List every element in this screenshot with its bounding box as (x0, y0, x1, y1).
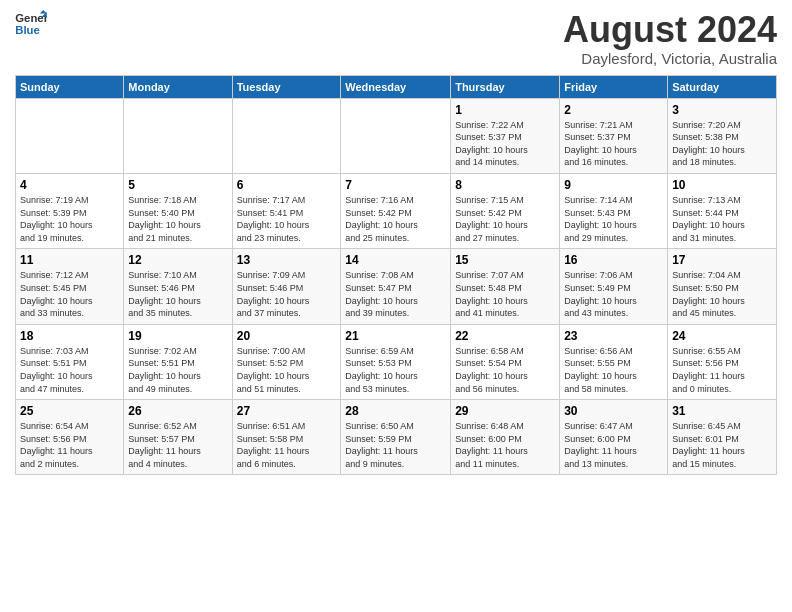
day-number: 26 (128, 404, 227, 418)
calendar-cell: 21Sunrise: 6:59 AM Sunset: 5:53 PM Dayli… (341, 324, 451, 399)
day-number: 14 (345, 253, 446, 267)
calendar-cell: 3Sunrise: 7:20 AM Sunset: 5:38 PM Daylig… (668, 98, 777, 173)
page-header: General Blue August 2024 Daylesford, Vic… (15, 10, 777, 67)
header-cell-saturday: Saturday (668, 75, 777, 98)
day-number: 8 (455, 178, 555, 192)
day-detail: Sunrise: 7:08 AM Sunset: 5:47 PM Dayligh… (345, 269, 446, 319)
day-detail: Sunrise: 7:02 AM Sunset: 5:51 PM Dayligh… (128, 345, 227, 395)
day-number: 31 (672, 404, 772, 418)
svg-text:Blue: Blue (15, 24, 40, 36)
day-number: 18 (20, 329, 119, 343)
day-detail: Sunrise: 7:21 AM Sunset: 5:37 PM Dayligh… (564, 119, 663, 169)
day-number: 27 (237, 404, 337, 418)
calendar-cell: 18Sunrise: 7:03 AM Sunset: 5:51 PM Dayli… (16, 324, 124, 399)
calendar-cell: 25Sunrise: 6:54 AM Sunset: 5:56 PM Dayli… (16, 400, 124, 475)
day-detail: Sunrise: 6:54 AM Sunset: 5:56 PM Dayligh… (20, 420, 119, 470)
day-number: 29 (455, 404, 555, 418)
day-detail: Sunrise: 7:15 AM Sunset: 5:42 PM Dayligh… (455, 194, 555, 244)
day-detail: Sunrise: 7:14 AM Sunset: 5:43 PM Dayligh… (564, 194, 663, 244)
day-detail: Sunrise: 7:06 AM Sunset: 5:49 PM Dayligh… (564, 269, 663, 319)
main-title: August 2024 (563, 10, 777, 50)
calendar-cell: 27Sunrise: 6:51 AM Sunset: 5:58 PM Dayli… (232, 400, 341, 475)
calendar-cell: 12Sunrise: 7:10 AM Sunset: 5:46 PM Dayli… (124, 249, 232, 324)
header-cell-sunday: Sunday (16, 75, 124, 98)
day-number: 11 (20, 253, 119, 267)
day-number: 12 (128, 253, 227, 267)
day-detail: Sunrise: 6:59 AM Sunset: 5:53 PM Dayligh… (345, 345, 446, 395)
day-number: 16 (564, 253, 663, 267)
calendar-cell: 7Sunrise: 7:16 AM Sunset: 5:42 PM Daylig… (341, 173, 451, 248)
calendar-cell: 9Sunrise: 7:14 AM Sunset: 5:43 PM Daylig… (560, 173, 668, 248)
calendar-cell: 22Sunrise: 6:58 AM Sunset: 5:54 PM Dayli… (451, 324, 560, 399)
calendar-cell: 1Sunrise: 7:22 AM Sunset: 5:37 PM Daylig… (451, 98, 560, 173)
day-detail: Sunrise: 7:00 AM Sunset: 5:52 PM Dayligh… (237, 345, 337, 395)
day-detail: Sunrise: 7:20 AM Sunset: 5:38 PM Dayligh… (672, 119, 772, 169)
day-detail: Sunrise: 6:50 AM Sunset: 5:59 PM Dayligh… (345, 420, 446, 470)
calendar-cell: 23Sunrise: 6:56 AM Sunset: 5:55 PM Dayli… (560, 324, 668, 399)
calendar-cell: 6Sunrise: 7:17 AM Sunset: 5:41 PM Daylig… (232, 173, 341, 248)
day-number: 30 (564, 404, 663, 418)
week-row-1: 1Sunrise: 7:22 AM Sunset: 5:37 PM Daylig… (16, 98, 777, 173)
day-detail: Sunrise: 7:09 AM Sunset: 5:46 PM Dayligh… (237, 269, 337, 319)
calendar-cell: 17Sunrise: 7:04 AM Sunset: 5:50 PM Dayli… (668, 249, 777, 324)
day-detail: Sunrise: 6:55 AM Sunset: 5:56 PM Dayligh… (672, 345, 772, 395)
logo-icon: General Blue (15, 10, 47, 38)
week-row-3: 11Sunrise: 7:12 AM Sunset: 5:45 PM Dayli… (16, 249, 777, 324)
calendar-cell: 14Sunrise: 7:08 AM Sunset: 5:47 PM Dayli… (341, 249, 451, 324)
title-block: August 2024 Daylesford, Victoria, Austra… (563, 10, 777, 67)
day-detail: Sunrise: 7:16 AM Sunset: 5:42 PM Dayligh… (345, 194, 446, 244)
day-number: 22 (455, 329, 555, 343)
day-number: 3 (672, 103, 772, 117)
day-number: 15 (455, 253, 555, 267)
calendar-cell: 2Sunrise: 7:21 AM Sunset: 5:37 PM Daylig… (560, 98, 668, 173)
day-number: 13 (237, 253, 337, 267)
day-detail: Sunrise: 7:18 AM Sunset: 5:40 PM Dayligh… (128, 194, 227, 244)
day-detail: Sunrise: 7:19 AM Sunset: 5:39 PM Dayligh… (20, 194, 119, 244)
day-number: 24 (672, 329, 772, 343)
day-number: 5 (128, 178, 227, 192)
calendar-cell (232, 98, 341, 173)
day-detail: Sunrise: 6:58 AM Sunset: 5:54 PM Dayligh… (455, 345, 555, 395)
day-detail: Sunrise: 6:52 AM Sunset: 5:57 PM Dayligh… (128, 420, 227, 470)
day-number: 21 (345, 329, 446, 343)
day-detail: Sunrise: 7:03 AM Sunset: 5:51 PM Dayligh… (20, 345, 119, 395)
day-number: 7 (345, 178, 446, 192)
day-number: 1 (455, 103, 555, 117)
day-detail: Sunrise: 7:07 AM Sunset: 5:48 PM Dayligh… (455, 269, 555, 319)
calendar-cell: 26Sunrise: 6:52 AM Sunset: 5:57 PM Dayli… (124, 400, 232, 475)
day-detail: Sunrise: 7:13 AM Sunset: 5:44 PM Dayligh… (672, 194, 772, 244)
calendar-cell: 29Sunrise: 6:48 AM Sunset: 6:00 PM Dayli… (451, 400, 560, 475)
day-number: 19 (128, 329, 227, 343)
day-detail: Sunrise: 6:51 AM Sunset: 5:58 PM Dayligh… (237, 420, 337, 470)
day-detail: Sunrise: 7:10 AM Sunset: 5:46 PM Dayligh… (128, 269, 227, 319)
day-detail: Sunrise: 7:12 AM Sunset: 5:45 PM Dayligh… (20, 269, 119, 319)
day-number: 4 (20, 178, 119, 192)
day-number: 25 (20, 404, 119, 418)
calendar-cell (341, 98, 451, 173)
day-number: 10 (672, 178, 772, 192)
header-cell-friday: Friday (560, 75, 668, 98)
calendar-cell: 15Sunrise: 7:07 AM Sunset: 5:48 PM Dayli… (451, 249, 560, 324)
day-number: 2 (564, 103, 663, 117)
day-number: 17 (672, 253, 772, 267)
week-row-5: 25Sunrise: 6:54 AM Sunset: 5:56 PM Dayli… (16, 400, 777, 475)
header-cell-monday: Monday (124, 75, 232, 98)
day-detail: Sunrise: 7:17 AM Sunset: 5:41 PM Dayligh… (237, 194, 337, 244)
day-detail: Sunrise: 7:04 AM Sunset: 5:50 PM Dayligh… (672, 269, 772, 319)
header-cell-wednesday: Wednesday (341, 75, 451, 98)
day-detail: Sunrise: 6:56 AM Sunset: 5:55 PM Dayligh… (564, 345, 663, 395)
header-row: SundayMondayTuesdayWednesdayThursdayFrid… (16, 75, 777, 98)
day-number: 6 (237, 178, 337, 192)
calendar-cell: 19Sunrise: 7:02 AM Sunset: 5:51 PM Dayli… (124, 324, 232, 399)
calendar-cell: 4Sunrise: 7:19 AM Sunset: 5:39 PM Daylig… (16, 173, 124, 248)
day-detail: Sunrise: 6:45 AM Sunset: 6:01 PM Dayligh… (672, 420, 772, 470)
calendar-cell (16, 98, 124, 173)
week-row-2: 4Sunrise: 7:19 AM Sunset: 5:39 PM Daylig… (16, 173, 777, 248)
header-cell-tuesday: Tuesday (232, 75, 341, 98)
calendar-cell: 28Sunrise: 6:50 AM Sunset: 5:59 PM Dayli… (341, 400, 451, 475)
calendar-table: SundayMondayTuesdayWednesdayThursdayFrid… (15, 75, 777, 476)
day-detail: Sunrise: 6:48 AM Sunset: 6:00 PM Dayligh… (455, 420, 555, 470)
day-detail: Sunrise: 7:22 AM Sunset: 5:37 PM Dayligh… (455, 119, 555, 169)
day-number: 28 (345, 404, 446, 418)
calendar-cell: 30Sunrise: 6:47 AM Sunset: 6:00 PM Dayli… (560, 400, 668, 475)
